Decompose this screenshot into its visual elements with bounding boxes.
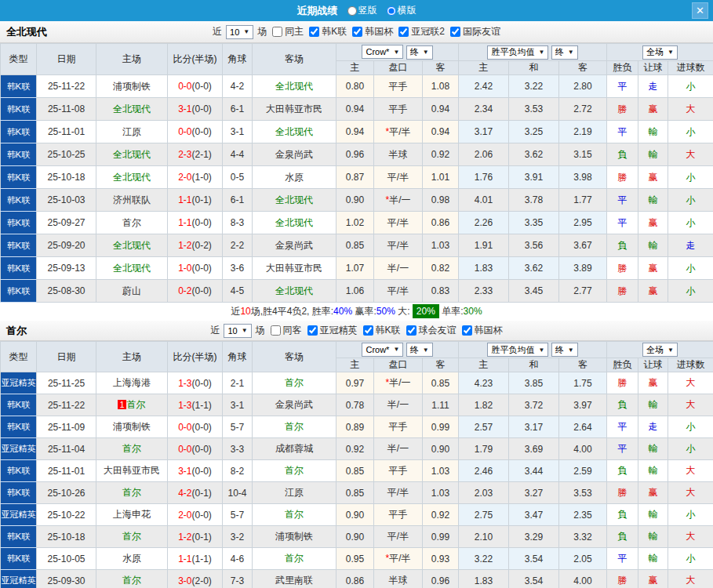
bookmaker-select[interactable]: Crow*▼ (362, 45, 403, 59)
radio-horizontal-label[interactable]: 横版 (380, 4, 417, 17)
league-checkbox[interactable] (309, 27, 319, 37)
rank-badge: 1 (118, 400, 126, 409)
record-summary: 近10场,胜4平4负2, 胜率:40% 赢率:50% 大: 20% 单率:30% (0, 303, 713, 321)
league-cell: 亚冠精英 (1, 504, 37, 526)
crow-away-odds: 0.92 (423, 143, 459, 166)
away-team-cell: 首尔 (253, 460, 336, 482)
away-team-cell: 大田韩亚市民 (253, 257, 336, 280)
col-score: 比分(半场) (168, 342, 223, 372)
final-odds-select[interactable]: 终▼ (406, 45, 433, 60)
col-avg-home: 主 (459, 358, 509, 372)
avg-away-odds: 2.59 (559, 460, 607, 482)
corner-cell: 2-2 (223, 234, 253, 257)
avg-home-odds: 1.83 (459, 257, 509, 280)
league-cell: 韩K联 (1, 234, 37, 257)
chevron-down-icon: ▼ (242, 327, 248, 334)
match-count-select[interactable]: 10▼ (224, 324, 251, 338)
goals-result: 小 (668, 280, 713, 303)
close-icon[interactable]: ✕ (692, 2, 708, 19)
final-avg-select[interactable]: 终▼ (551, 343, 578, 357)
home-team-cell: 首尔 (96, 482, 168, 504)
league-filter[interactable]: 韩国杯 (458, 325, 504, 336)
final-odds-select[interactable]: 终▼ (406, 343, 433, 357)
handicap-cell: 平手 (374, 504, 423, 526)
league-cell: 韩K联 (1, 212, 37, 234)
league-checkbox[interactable] (307, 325, 318, 336)
col-corner: 角球 (223, 44, 253, 75)
radio-vertical-label[interactable]: 竖版 (341, 4, 377, 17)
corner-cell: 7-3 (223, 570, 253, 588)
league-checkbox[interactable] (406, 325, 417, 336)
chevron-down-icon: ▼ (668, 347, 674, 354)
avg-home-odds: 2.03 (459, 482, 509, 504)
corner-cell: 3-1 (223, 121, 253, 143)
league-filter[interactable]: 亚冠精英 (304, 325, 359, 336)
avg-away-odds: 1.75 (559, 372, 607, 394)
league-cell: 韩K联 (1, 166, 37, 189)
winloss-result: 負 (607, 143, 638, 166)
league-filter[interactable]: 韩K联 (359, 325, 402, 336)
match-count-select[interactable]: 10▼ (226, 25, 253, 39)
handicap-cell: 平/半 (374, 166, 423, 189)
league-filter[interactable]: 韩K联 (305, 26, 348, 37)
col-handicap: 盘口 (374, 358, 423, 372)
avg-draw-odds: 3.72 (509, 394, 559, 416)
goals-result: 大 (668, 570, 713, 588)
goals-result: 小 (668, 548, 713, 570)
same-away-checkbox[interactable] (271, 325, 281, 336)
winloss-result: 勝 (607, 98, 638, 121)
home-team-cell: 蔚山 (96, 280, 168, 303)
league-cell: 韩K联 (1, 189, 37, 212)
scope-select[interactable]: 全场▼ (642, 343, 678, 357)
vertical-radio[interactable] (347, 6, 357, 16)
corner-cell: 3-2 (223, 526, 253, 548)
crow-away-odds: 1.03 (423, 460, 459, 482)
league-checkbox[interactable] (450, 27, 460, 37)
league-filter[interactable]: 韩国杯 (348, 26, 395, 37)
handicap-cell: 平/半 (374, 280, 423, 303)
away-team-cell: 武里南联 (253, 570, 336, 588)
horizontal-radio[interactable] (387, 6, 396, 16)
team-name-1: 全北现代 (6, 25, 47, 39)
avg-draw-odds: 3.78 (509, 189, 559, 212)
avg-odds-select[interactable]: 胜平负均值▼ (487, 343, 548, 357)
league-checkbox[interactable] (398, 27, 409, 37)
final-avg-select[interactable]: 终▼ (551, 45, 578, 60)
avg-home-odds: 1.79 (459, 438, 509, 460)
avg-odds-select[interactable]: 胜平负均值▼ (487, 45, 548, 60)
col-corner: 角球 (223, 342, 253, 372)
winloss-result: 勝 (607, 372, 638, 394)
col-type: 类型 (1, 44, 37, 75)
col-crow-away: 客 (423, 61, 459, 75)
score-cell: 0-0(0-0) (168, 438, 223, 460)
goals-result: 小 (668, 257, 713, 280)
chevron-down-icon: ▼ (538, 347, 544, 354)
score-cell: 3-1(0-0) (168, 460, 223, 482)
goals-result: 小 (668, 504, 713, 526)
score-cell: 3-1(0-0) (168, 98, 223, 121)
away-team-cell: 全北现代 (253, 212, 336, 234)
league-checkbox[interactable] (462, 325, 472, 336)
same-home-checkbox[interactable] (272, 27, 282, 37)
bookmaker-select[interactable]: Crow*▼ (362, 343, 403, 357)
scope-select[interactable]: 全场▼ (642, 45, 678, 60)
league-filter[interactable]: 球会友谊 (402, 325, 458, 336)
crow-home-odds: 0.86 (336, 570, 374, 588)
winloss-result: 負 (607, 504, 638, 526)
handicap-cell: *平/半 (374, 548, 423, 570)
league-checkbox[interactable] (352, 27, 362, 37)
filters-2: 近 10▼ 场 同客 亚冠精英韩K联球会友谊韩国杯 (209, 324, 504, 338)
avg-home-odds: 1.82 (459, 394, 509, 416)
league-cell: 韩K联 (1, 482, 37, 504)
league-filter[interactable]: 国际友谊 (446, 26, 502, 37)
match-row: 韩K联25-11-01大田韩亚市民3-1(0-0)8-2首尔0.85平手1.03… (1, 460, 713, 482)
avg-draw-odds: 3.56 (509, 234, 559, 257)
league-checkbox[interactable] (363, 325, 373, 336)
score-cell: 2-0(0-0) (168, 504, 223, 526)
chevron-down-icon: ▼ (568, 49, 574, 56)
corner-cell: 0-5 (223, 166, 253, 189)
score-cell: 3-0(2-0) (168, 570, 223, 588)
avg-away-odds: 2.64 (559, 416, 607, 438)
col-goals: 进球数 (668, 61, 713, 75)
league-filter[interactable]: 亚冠联2 (395, 26, 446, 37)
